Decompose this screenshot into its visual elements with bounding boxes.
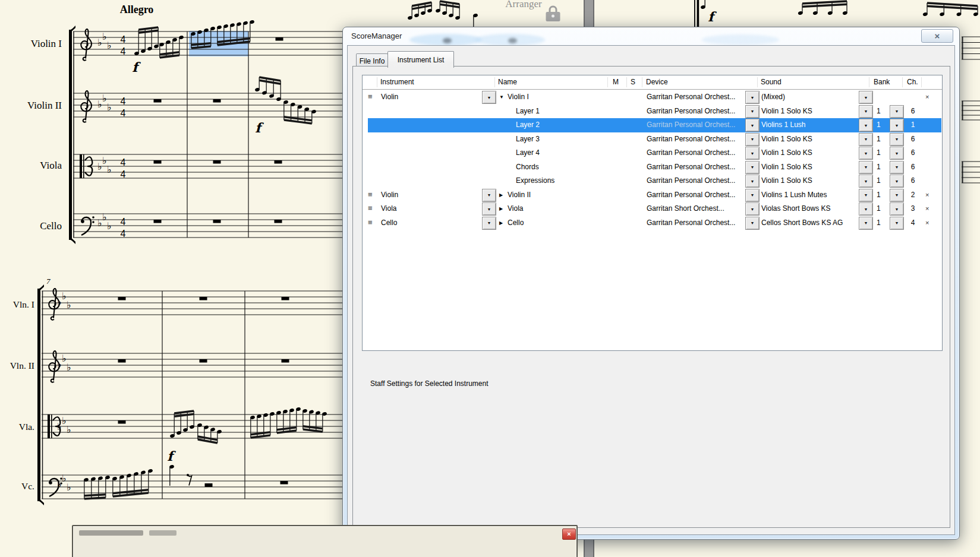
sound-dropdown-button[interactable]: ▼: [859, 91, 873, 104]
dynamic-f: f: [167, 448, 176, 464]
sound-cell: Violins 1 Lush: [761, 121, 806, 129]
table-row[interactable]: Layer 2Garritan Personal Orchest...▼Viol…: [363, 118, 941, 132]
close-icon[interactable]: ×: [562, 528, 576, 540]
bank-cell: 1: [877, 135, 881, 143]
illegible-title-text: [79, 530, 143, 536]
device-dropdown-button[interactable]: ▼: [745, 91, 760, 104]
remove-instrument-icon[interactable]: ×: [925, 93, 929, 100]
column-separator: [757, 77, 758, 87]
device-cell: Garritan Personal Orchest...: [647, 135, 735, 143]
column-header-sound[interactable]: Sound: [761, 78, 782, 86]
table-row[interactable]: ≡Violin▼▼Violin IGarritan Personal Orche…: [363, 90, 941, 105]
bank-dropdown-button[interactable]: ▼: [890, 161, 904, 174]
drag-handle-icon[interactable]: ≡: [368, 204, 373, 213]
column-header-m[interactable]: M: [613, 78, 619, 86]
glass-blur-note: [508, 38, 517, 43]
sound-cell: Violas Short Bows KS: [761, 204, 831, 213]
bank-dropdown-button[interactable]: ▼: [890, 147, 904, 160]
bank-cell: 1: [877, 191, 881, 199]
sound-dropdown-button[interactable]: ▼: [859, 202, 873, 216]
instrument-dropdown-button[interactable]: ▼: [482, 91, 496, 104]
column-header-name[interactable]: Name: [498, 78, 517, 86]
device-dropdown-button[interactable]: ▼: [745, 147, 760, 160]
device-dropdown-button[interactable]: ▼: [745, 133, 760, 146]
table-row[interactable]: ≡Cello▼▶CelloGarritan Personal Orchest..…: [363, 216, 941, 230]
svg-text:♭: ♭: [102, 93, 107, 103]
sound-cell: Violin 1 Solo KS: [761, 176, 812, 185]
device-dropdown-button[interactable]: ▼: [745, 202, 760, 216]
bank-dropdown-button[interactable]: ▼: [890, 217, 904, 230]
drag-handle-icon[interactable]: ≡: [368, 92, 373, 101]
expand-open-icon[interactable]: ▼: [499, 94, 504, 100]
device-dropdown-button[interactable]: ▼: [745, 119, 760, 132]
remove-instrument-icon[interactable]: ×: [925, 191, 929, 198]
staff-label-cello: Cello: [40, 220, 62, 232]
bank-dropdown-button[interactable]: ▼: [890, 189, 904, 202]
expand-closed-icon[interactable]: ▶: [499, 220, 503, 226]
arranger-label[interactable]: Arranger: [505, 0, 542, 10]
bank-cell: 1: [877, 176, 881, 185]
device-dropdown-button[interactable]: ▼: [745, 217, 760, 230]
sound-dropdown-button[interactable]: ▼: [859, 217, 873, 230]
table-row[interactable]: Layer 4Garritan Personal Orchest...▼Viol…: [363, 146, 941, 160]
svg-text:4: 4: [121, 229, 126, 239]
column-header-instrument[interactable]: Instrument: [380, 78, 414, 86]
expand-closed-icon[interactable]: ▶: [499, 206, 503, 211]
sound-dropdown-button[interactable]: ▼: [859, 189, 873, 202]
bank-dropdown-button[interactable]: ▼: [890, 133, 904, 146]
table-row[interactable]: ≡Violin▼▶Violin IIGarritan Personal Orch…: [363, 188, 941, 202]
glass-reflection: [702, 34, 779, 45]
sound-cell: Violin 1 Solo KS: [761, 107, 812, 115]
close-icon[interactable]: ×: [921, 29, 953, 43]
tab-instrument-list[interactable]: Instrument List: [387, 51, 454, 68]
sound-cell: Violins 1 Lush Mutes: [761, 191, 827, 199]
channel-cell: 6: [906, 135, 919, 143]
channel-cell: 6: [906, 176, 919, 185]
table-row[interactable]: ChordsGarritan Personal Orchest...▼Violi…: [363, 160, 941, 175]
remove-instrument-icon[interactable]: ×: [925, 205, 929, 212]
svg-text:♭: ♭: [107, 164, 112, 175]
sound-dropdown-button[interactable]: ▼: [859, 161, 873, 174]
background-window-titlebar[interactable]: ×: [72, 525, 578, 557]
sound-dropdown-button[interactable]: ▼: [859, 119, 873, 132]
sound-dropdown-button[interactable]: ▼: [859, 133, 873, 146]
table-row[interactable]: Layer 3Garritan Personal Orchest...▼Viol…: [363, 132, 941, 147]
bank-dropdown-button[interactable]: ▼: [890, 175, 904, 188]
bank-dropdown-button[interactable]: ▼: [890, 105, 904, 118]
device-dropdown-button[interactable]: ▼: [745, 105, 760, 118]
staff-label-vln2: Vln. II: [10, 360, 34, 371]
column-header-bank[interactable]: Bank: [874, 78, 890, 86]
remove-instrument-icon[interactable]: ×: [925, 219, 929, 226]
device-dropdown-button[interactable]: ▼: [745, 175, 760, 188]
device-cell: Garritan Personal Orchest...: [647, 121, 735, 129]
svg-text:♭: ♭: [57, 297, 62, 307]
device-dropdown-button[interactable]: ▼: [745, 161, 760, 174]
bank-dropdown-button[interactable]: ▼: [890, 202, 904, 216]
drag-handle-icon[interactable]: ≡: [368, 190, 373, 199]
channel-cell: 6: [906, 148, 919, 157]
staff-label-vln1: Vln. I: [13, 299, 34, 309]
dynamic-f: f: [708, 9, 717, 24]
drag-handle-icon[interactable]: ≡: [368, 218, 373, 227]
column-separator: [869, 77, 869, 87]
column-header-ch[interactable]: Ch.: [907, 78, 918, 86]
device-cell: Garritan Personal Orchest...: [647, 107, 735, 115]
instrument-dropdown-button[interactable]: ▼: [482, 202, 496, 216]
table-row[interactable]: Layer 1Garritan Personal Orchest...▼Viol…: [363, 105, 941, 119]
sound-dropdown-button[interactable]: ▼: [859, 175, 873, 188]
sound-dropdown-button[interactable]: ▼: [859, 147, 873, 160]
instrument-dropdown-button[interactable]: ▼: [482, 189, 496, 202]
sound-dropdown-button[interactable]: ▼: [859, 105, 873, 118]
table-row[interactable]: ≡Viola▼▶ViolaGarritan Short Orchest...▼V…: [363, 202, 941, 216]
svg-text:♭: ♭: [62, 416, 67, 426]
bank-cell: 1: [877, 121, 881, 129]
bank-dropdown-button[interactable]: ▼: [890, 119, 904, 132]
column-header-device[interactable]: Device: [646, 78, 668, 86]
column-separator: [494, 77, 495, 87]
instrument-dropdown-button[interactable]: ▼: [482, 217, 496, 230]
device-dropdown-button[interactable]: ▼: [745, 189, 760, 202]
table-row[interactable]: ExpressionsGarritan Personal Orchest...▼…: [363, 174, 941, 188]
bank-cell: 1: [877, 163, 881, 171]
column-header-s[interactable]: S: [631, 78, 635, 86]
expand-closed-icon[interactable]: ▶: [499, 192, 503, 198]
